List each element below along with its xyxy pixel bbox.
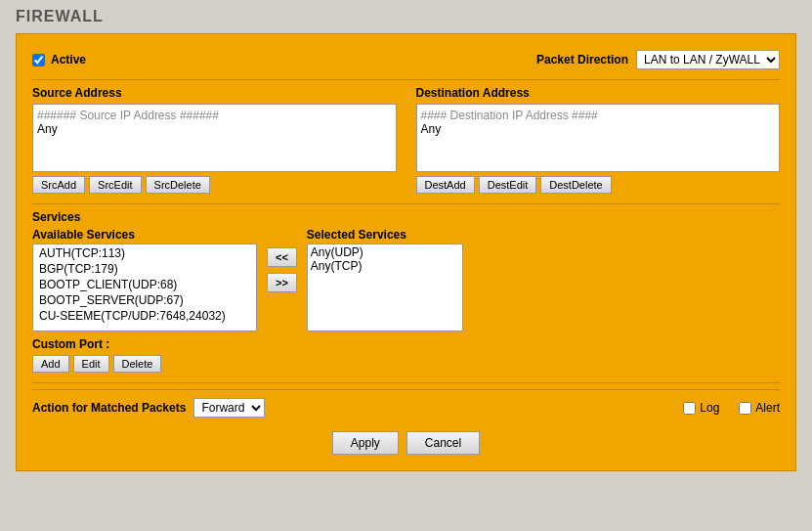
source-address-box: ###### Source IP Address ###### Any: [32, 104, 397, 172]
available-services-label: Available Services: [32, 228, 257, 242]
srcadd-button[interactable]: SrcAdd: [32, 176, 85, 194]
packet-direction-select[interactable]: LAN to LAN / ZyWALL LAN to WAN WAN to LA…: [636, 50, 780, 69]
main-panel: Active Packet Direction LAN to LAN / ZyW…: [16, 33, 796, 471]
custom-port-label: Custom Port :: [32, 337, 780, 351]
log-checkbox[interactable]: [683, 402, 696, 415]
destadd-button[interactable]: DestAdd: [416, 176, 475, 194]
packet-direction-label: Packet Direction: [536, 53, 628, 66]
selected-services-label: Selected Services: [307, 228, 463, 242]
destination-address-label: Destination Address: [416, 86, 781, 100]
active-checkbox[interactable]: [32, 54, 45, 66]
custom-delete-button[interactable]: Delete: [113, 355, 162, 373]
selected-services-list[interactable]: Any(UDP) Any(TCP): [307, 243, 463, 332]
services-label: Services: [32, 210, 780, 224]
available-services-list[interactable]: AUTH(TCP:113) BGP(TCP:179) BOOTP_CLIENT(…: [32, 243, 257, 332]
custom-edit-button[interactable]: Edit: [73, 355, 109, 373]
action-label: Action for Matched Packets: [32, 401, 186, 415]
destdelete-button[interactable]: DestDelete: [540, 176, 611, 194]
active-label: Active: [51, 53, 86, 66]
alert-checkbox[interactable]: [739, 402, 751, 415]
action-select[interactable]: Forward Block Drop: [193, 398, 265, 418]
transfer-left-button[interactable]: <<: [267, 247, 297, 267]
srcdelete-button[interactable]: SrcDelete: [146, 176, 210, 194]
srcedit-button[interactable]: SrcEdit: [89, 176, 141, 194]
cancel-button[interactable]: Cancel: [406, 431, 480, 455]
destedit-button[interactable]: DestEdit: [479, 176, 537, 194]
page-title: FIREWALL: [0, 0, 812, 33]
custom-add-button[interactable]: Add: [32, 355, 69, 373]
destination-address-box: #### Destination IP Address #### Any: [416, 104, 781, 172]
transfer-right-button[interactable]: >>: [267, 273, 297, 292]
log-label: Log: [700, 401, 719, 415]
source-address-label: Source Address: [32, 86, 397, 100]
alert-label: Alert: [755, 401, 780, 415]
apply-button[interactable]: Apply: [332, 431, 399, 455]
